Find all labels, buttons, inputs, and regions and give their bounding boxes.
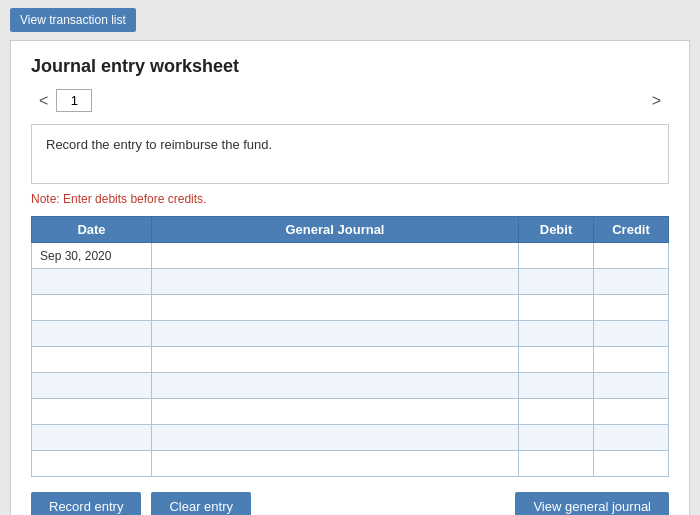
cell-credit[interactable] (594, 399, 669, 425)
table-row (32, 347, 669, 373)
cell-debit[interactable] (519, 243, 594, 269)
journal-table: Date General Journal Debit Credit Sep 30… (31, 216, 669, 477)
cell-journal[interactable] (152, 269, 519, 295)
cell-debit[interactable] (519, 425, 594, 451)
nav-right-arrow[interactable]: > (644, 90, 669, 112)
clear-entry-button[interactable]: Clear entry (151, 492, 251, 515)
cell-journal[interactable] (152, 425, 519, 451)
cell-debit[interactable] (519, 399, 594, 425)
cell-date[interactable] (32, 373, 152, 399)
header-general-journal: General Journal (152, 217, 519, 243)
cell-journal[interactable] (152, 321, 519, 347)
cell-credit[interactable] (594, 269, 669, 295)
cell-credit[interactable] (594, 425, 669, 451)
cell-date[interactable] (32, 399, 152, 425)
cell-debit[interactable] (519, 321, 594, 347)
header-credit: Credit (594, 217, 669, 243)
cell-date[interactable] (32, 347, 152, 373)
cell-date[interactable] (32, 425, 152, 451)
table-row: Sep 30, 2020 (32, 243, 669, 269)
cell-journal[interactable] (152, 373, 519, 399)
cell-journal[interactable] (152, 295, 519, 321)
header-date: Date (32, 217, 152, 243)
cell-debit[interactable] (519, 373, 594, 399)
page-title: Journal entry worksheet (31, 56, 669, 77)
cell-debit[interactable] (519, 295, 594, 321)
nav-row: < > (31, 89, 669, 112)
table-row (32, 321, 669, 347)
cell-date[interactable] (32, 295, 152, 321)
bottom-buttons: Record entry Clear entry View general jo… (31, 492, 669, 515)
table-row (32, 269, 669, 295)
instruction-text: Record the entry to reimburse the fund. (46, 137, 272, 152)
cell-debit[interactable] (519, 347, 594, 373)
cell-debit[interactable] (519, 451, 594, 477)
table-row (32, 451, 669, 477)
cell-date[interactable] (32, 269, 152, 295)
nav-left-arrow[interactable]: < (31, 90, 56, 112)
cell-debit[interactable] (519, 269, 594, 295)
cell-journal[interactable] (152, 347, 519, 373)
cell-date[interactable] (32, 451, 152, 477)
top-bar: View transaction list (0, 0, 700, 40)
table-row (32, 373, 669, 399)
table-row (32, 399, 669, 425)
cell-date[interactable] (32, 321, 152, 347)
cell-journal[interactable] (152, 451, 519, 477)
cell-journal[interactable] (152, 243, 519, 269)
cell-credit[interactable] (594, 295, 669, 321)
header-debit: Debit (519, 217, 594, 243)
cell-credit[interactable] (594, 451, 669, 477)
main-container: Journal entry worksheet < > Record the e… (10, 40, 690, 515)
cell-credit[interactable] (594, 243, 669, 269)
cell-journal[interactable] (152, 399, 519, 425)
cell-credit[interactable] (594, 373, 669, 399)
view-general-journal-button[interactable]: View general journal (515, 492, 669, 515)
cell-date[interactable]: Sep 30, 2020 (32, 243, 152, 269)
cell-credit[interactable] (594, 321, 669, 347)
table-row (32, 425, 669, 451)
view-transaction-button[interactable]: View transaction list (10, 8, 136, 32)
record-entry-button[interactable]: Record entry (31, 492, 141, 515)
page-number-input[interactable] (56, 89, 92, 112)
note-text: Note: Enter debits before credits. (31, 192, 669, 206)
cell-credit[interactable] (594, 347, 669, 373)
instruction-box: Record the entry to reimburse the fund. (31, 124, 669, 184)
table-row (32, 295, 669, 321)
